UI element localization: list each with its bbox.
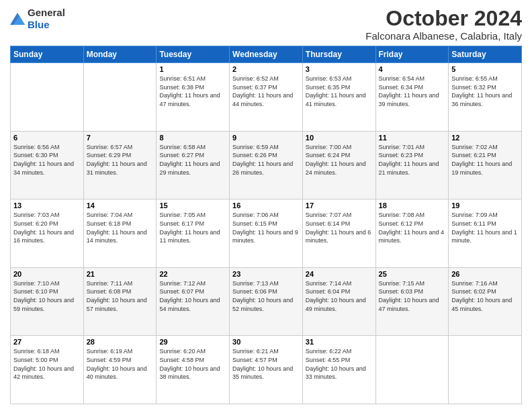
- day-info: Sunrise: 7:14 AM Sunset: 6:04 PM Dayligh…: [306, 279, 373, 313]
- day-cell: [375, 336, 449, 404]
- day-number: 26: [451, 270, 519, 278]
- logo: General Blue: [10, 7, 65, 31]
- header: General Blue October 2024 Falconara Alba…: [10, 7, 522, 42]
- day-cell: 7Sunrise: 6:57 AM Sunset: 6:29 PM Daylig…: [83, 131, 157, 199]
- logo-text: General Blue: [28, 7, 65, 31]
- day-number: 11: [379, 134, 446, 142]
- day-cell: [11, 63, 84, 132]
- week-row-5: 27Sunrise: 6:18 AM Sunset: 5:00 PM Dayli…: [11, 336, 522, 404]
- day-cell: 25Sunrise: 7:15 AM Sunset: 6:03 PM Dayli…: [375, 267, 449, 336]
- day-header-thursday: Thursday: [302, 46, 375, 63]
- week-row-2: 6Sunrise: 6:56 AM Sunset: 6:30 PM Daylig…: [11, 131, 522, 199]
- day-info: Sunrise: 6:19 AM Sunset: 4:59 PM Dayligh…: [87, 347, 154, 381]
- day-number: 13: [13, 201, 81, 210]
- main-title: October 2024: [365, 7, 522, 30]
- week-row-1: 1Sunrise: 6:51 AM Sunset: 6:38 PM Daylig…: [11, 63, 522, 132]
- day-number: 22: [159, 270, 226, 278]
- week-row-3: 13Sunrise: 7:03 AM Sunset: 6:20 PM Dayli…: [11, 199, 522, 268]
- day-cell: 3Sunrise: 6:53 AM Sunset: 6:35 PM Daylig…: [302, 63, 375, 132]
- day-number: 17: [306, 201, 373, 210]
- day-info: Sunrise: 7:01 AM Sunset: 6:23 PM Dayligh…: [379, 143, 446, 177]
- day-number: 1: [159, 65, 226, 73]
- day-number: 8: [159, 134, 226, 142]
- day-number: 31: [306, 338, 373, 346]
- day-cell: [449, 336, 522, 404]
- day-info: Sunrise: 6:22 AM Sunset: 4:55 PM Dayligh…: [306, 347, 373, 381]
- day-cell: 14Sunrise: 7:04 AM Sunset: 6:18 PM Dayli…: [83, 199, 157, 268]
- day-cell: 2Sunrise: 6:52 AM Sunset: 6:37 PM Daylig…: [230, 63, 303, 132]
- day-number: 10: [306, 134, 373, 142]
- day-info: Sunrise: 6:21 AM Sunset: 4:57 PM Dayligh…: [232, 347, 300, 381]
- title-block: October 2024 Falconara Albanese, Calabri…: [365, 7, 522, 42]
- day-header-wednesday: Wednesday: [230, 46, 303, 63]
- day-number: 7: [87, 134, 154, 142]
- day-cell: 12Sunrise: 7:02 AM Sunset: 6:21 PM Dayli…: [449, 131, 522, 199]
- logo-general: General: [28, 7, 65, 18]
- day-number: 9: [232, 134, 300, 142]
- day-number: 29: [159, 338, 226, 346]
- day-info: Sunrise: 6:53 AM Sunset: 6:35 PM Dayligh…: [306, 75, 373, 108]
- day-cell: 20Sunrise: 7:10 AM Sunset: 6:10 PM Dayli…: [11, 267, 84, 336]
- day-info: Sunrise: 7:11 AM Sunset: 6:08 PM Dayligh…: [87, 279, 154, 313]
- day-cell: 29Sunrise: 6:20 AM Sunset: 4:58 PM Dayli…: [157, 336, 230, 404]
- day-number: 4: [379, 65, 446, 73]
- day-header-tuesday: Tuesday: [157, 46, 230, 63]
- day-info: Sunrise: 6:58 AM Sunset: 6:27 PM Dayligh…: [159, 143, 226, 177]
- day-cell: 10Sunrise: 7:00 AM Sunset: 6:24 PM Dayli…: [302, 131, 375, 199]
- day-info: Sunrise: 6:51 AM Sunset: 6:38 PM Dayligh…: [159, 75, 226, 108]
- day-cell: 6Sunrise: 6:56 AM Sunset: 6:30 PM Daylig…: [11, 131, 84, 199]
- day-cell: 16Sunrise: 7:06 AM Sunset: 6:15 PM Dayli…: [230, 199, 303, 268]
- day-info: Sunrise: 6:52 AM Sunset: 6:37 PM Dayligh…: [232, 75, 300, 108]
- day-header-sunday: Sunday: [11, 46, 84, 63]
- day-number: 16: [232, 201, 300, 210]
- day-number: 21: [87, 270, 154, 278]
- day-info: Sunrise: 7:05 AM Sunset: 6:17 PM Dayligh…: [159, 211, 226, 244]
- day-number: 20: [13, 270, 81, 278]
- day-cell: 15Sunrise: 7:05 AM Sunset: 6:17 PM Dayli…: [157, 199, 230, 268]
- subtitle: Falconara Albanese, Calabria, Italy: [365, 30, 522, 42]
- day-info: Sunrise: 6:56 AM Sunset: 6:30 PM Dayligh…: [13, 143, 81, 177]
- day-info: Sunrise: 7:09 AM Sunset: 6:11 PM Dayligh…: [451, 211, 519, 244]
- day-number: 2: [232, 65, 300, 73]
- day-number: 14: [87, 201, 154, 210]
- day-cell: 5Sunrise: 6:55 AM Sunset: 6:32 PM Daylig…: [449, 63, 522, 132]
- day-number: 30: [232, 338, 300, 346]
- day-cell: 11Sunrise: 7:01 AM Sunset: 6:23 PM Dayli…: [375, 131, 449, 199]
- logo-blue: Blue: [28, 19, 50, 30]
- day-number: 19: [451, 201, 519, 210]
- day-cell: 4Sunrise: 6:54 AM Sunset: 6:34 PM Daylig…: [375, 63, 449, 132]
- day-number: 18: [379, 201, 446, 210]
- day-cell: 9Sunrise: 6:59 AM Sunset: 6:26 PM Daylig…: [230, 131, 303, 199]
- calendar: SundayMondayTuesdayWednesdayThursdayFrid…: [10, 46, 522, 404]
- day-cell: 23Sunrise: 7:13 AM Sunset: 6:06 PM Dayli…: [230, 267, 303, 336]
- day-cell: 26Sunrise: 7:16 AM Sunset: 6:02 PM Dayli…: [449, 267, 522, 336]
- day-info: Sunrise: 6:57 AM Sunset: 6:29 PM Dayligh…: [87, 143, 154, 177]
- day-number: 28: [87, 338, 154, 346]
- day-info: Sunrise: 7:03 AM Sunset: 6:20 PM Dayligh…: [13, 211, 81, 244]
- day-number: 23: [232, 270, 300, 278]
- logo-icon: [10, 13, 25, 25]
- day-cell: 18Sunrise: 7:08 AM Sunset: 6:12 PM Dayli…: [375, 199, 449, 268]
- day-number: 6: [13, 134, 81, 142]
- day-header-friday: Friday: [375, 46, 449, 63]
- day-cell: 30Sunrise: 6:21 AM Sunset: 4:57 PM Dayli…: [230, 336, 303, 404]
- day-info: Sunrise: 7:15 AM Sunset: 6:03 PM Dayligh…: [379, 279, 446, 313]
- day-cell: 13Sunrise: 7:03 AM Sunset: 6:20 PM Dayli…: [11, 199, 84, 268]
- day-cell: 19Sunrise: 7:09 AM Sunset: 6:11 PM Dayli…: [449, 199, 522, 268]
- day-cell: [83, 63, 157, 132]
- page: General Blue October 2024 Falconara Alba…: [0, 0, 532, 411]
- day-info: Sunrise: 7:08 AM Sunset: 6:12 PM Dayligh…: [379, 211, 446, 244]
- day-cell: 1Sunrise: 6:51 AM Sunset: 6:38 PM Daylig…: [157, 63, 230, 132]
- day-cell: 21Sunrise: 7:11 AM Sunset: 6:08 PM Dayli…: [83, 267, 157, 336]
- day-cell: 31Sunrise: 6:22 AM Sunset: 4:55 PM Dayli…: [302, 336, 375, 404]
- day-header-monday: Monday: [83, 46, 157, 63]
- day-number: 15: [159, 201, 226, 210]
- day-number: 24: [306, 270, 373, 278]
- day-info: Sunrise: 6:55 AM Sunset: 6:32 PM Dayligh…: [451, 75, 519, 108]
- day-number: 12: [451, 134, 519, 142]
- day-cell: 17Sunrise: 7:07 AM Sunset: 6:14 PM Dayli…: [302, 199, 375, 268]
- header-row: SundayMondayTuesdayWednesdayThursdayFrid…: [11, 46, 522, 63]
- day-info: Sunrise: 7:06 AM Sunset: 6:15 PM Dayligh…: [232, 211, 300, 244]
- day-info: Sunrise: 7:10 AM Sunset: 6:10 PM Dayligh…: [13, 279, 81, 313]
- day-number: 25: [379, 270, 446, 278]
